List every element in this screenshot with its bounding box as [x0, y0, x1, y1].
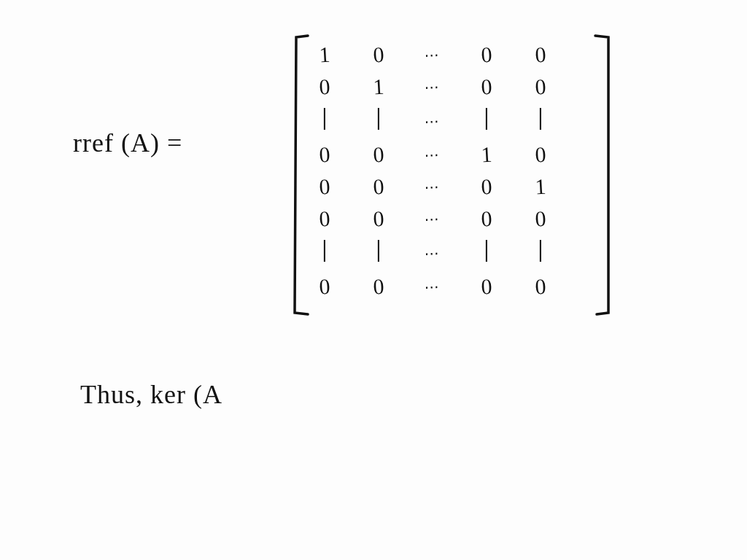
matrix-row: 10⋯00: [314, 44, 551, 66]
matrix-cell: 0: [529, 143, 552, 166]
matrix-cell: ⋯: [421, 275, 444, 298]
matrix-cell: 0: [529, 43, 552, 66]
matrix-cell: 0: [529, 75, 552, 98]
matrix-cell: 1: [313, 43, 336, 66]
matrix-cell: [313, 107, 336, 134]
matrix-body: 10⋯0001⋯00⋯00⋯1000⋯0100⋯00⋯00⋯00: [314, 44, 551, 298]
vertical-dots-icon: [540, 240, 541, 262]
vertical-dots-icon: [378, 108, 379, 130]
matrix-cell: 0: [475, 175, 498, 198]
conclusion-text: Thus, ker (A: [80, 379, 222, 410]
vertical-dots-icon: [324, 240, 325, 262]
matrix-cell: 0: [313, 143, 336, 166]
matrix-cell: 0: [313, 275, 336, 298]
matrix-cell: 0: [313, 75, 336, 98]
matrix-cell: 0: [367, 207, 390, 230]
matrix-cell: 0: [367, 175, 390, 198]
matrix-cell: 0: [367, 43, 390, 66]
matrix-row: 00⋯01: [314, 176, 551, 198]
matrix-cell: 0: [529, 275, 552, 298]
matrix-cell: [475, 239, 498, 266]
matrix-row: 00⋯00: [314, 276, 551, 298]
equation-lhs: rref (A) =: [73, 128, 182, 158]
matrix-cell: 0: [475, 207, 498, 230]
matrix-cell: [367, 107, 390, 134]
matrix-cell: 1: [367, 75, 390, 98]
vertical-dots-icon: [540, 108, 541, 130]
matrix-row: 00⋯00: [314, 208, 551, 230]
matrix-cell: ⋯: [421, 175, 444, 198]
matrix-cell: ⋯: [421, 75, 444, 98]
matrix-cell: [475, 107, 498, 134]
matrix-cell: ⋯: [421, 207, 444, 230]
matrix-cell: 0: [475, 275, 498, 298]
vertical-dots-icon: [324, 108, 325, 130]
matrix-left-bracket: [292, 33, 314, 317]
matrix-cell: 1: [529, 175, 552, 198]
matrix-right-bracket: [591, 33, 613, 317]
matrix-cell: ⋯: [421, 241, 444, 265]
matrix-cell: 0: [367, 143, 390, 166]
matrix-row: 00⋯10: [314, 144, 551, 166]
vertical-dots-icon: [486, 240, 487, 262]
matrix-cell: [529, 107, 552, 134]
matrix-row: 01⋯00: [314, 76, 551, 98]
matrix-cell: [529, 239, 552, 266]
handwritten-page: rref (A) = 10⋯0001⋯00⋯00⋯1000⋯0100⋯00⋯00…: [0, 0, 747, 560]
matrix-cell: [313, 239, 336, 266]
matrix-cell: 0: [475, 75, 498, 98]
matrix-row: ⋯: [314, 108, 551, 133]
matrix-cell: 0: [367, 275, 390, 298]
matrix-cell: 0: [529, 207, 552, 230]
matrix-cell: 1: [475, 143, 498, 166]
matrix-cell: ⋯: [421, 109, 444, 133]
matrix-cell: 0: [475, 43, 498, 66]
matrix-cell: 0: [313, 207, 336, 230]
matrix-cell: 0: [313, 175, 336, 198]
vertical-dots-icon: [378, 240, 379, 262]
matrix-cell: ⋯: [421, 43, 444, 66]
matrix-row: ⋯: [314, 240, 551, 265]
matrix-cell: ⋯: [421, 143, 444, 166]
matrix-cell: [367, 239, 390, 266]
vertical-dots-icon: [486, 108, 487, 130]
